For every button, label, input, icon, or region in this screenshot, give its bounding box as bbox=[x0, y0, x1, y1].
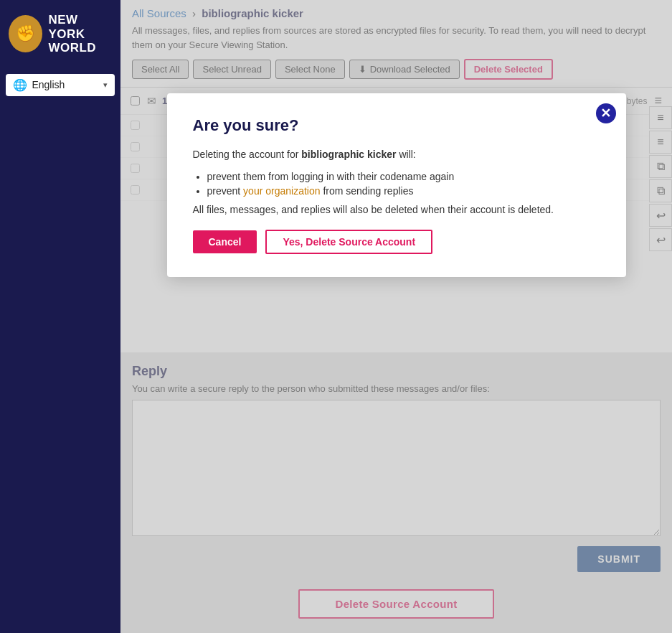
modal-warning: All files, messages, and replies will al… bbox=[193, 204, 600, 215]
language-label: English bbox=[32, 79, 103, 90]
modal-confirm-delete-button[interactable]: Yes, Delete Source Account bbox=[265, 230, 432, 254]
modal-intro-text: Deleting the account for bbox=[193, 149, 302, 160]
logo-icon: ✊ bbox=[9, 15, 42, 52]
sidebar: ✊ NEW YORK WORLD 🌐 English ▾ bbox=[0, 0, 120, 633]
highlight-text: your organization bbox=[243, 185, 320, 197]
modal-close-button[interactable]: ✕ bbox=[596, 103, 616, 123]
list-item: prevent your organization from sending r… bbox=[207, 185, 600, 197]
logo-text: NEW YORK WORLD bbox=[48, 13, 112, 55]
modal-cancel-button[interactable]: Cancel bbox=[193, 230, 257, 253]
modal-dialog: ✕ Are you sure? Deleting the account for… bbox=[167, 93, 626, 277]
list-item: prevent them from logging in with their … bbox=[207, 171, 600, 182]
language-selector[interactable]: 🌐 English ▾ bbox=[6, 74, 114, 96]
modal-source-name: bibliographic kicker bbox=[301, 149, 396, 160]
modal-title: Are you sure? bbox=[193, 116, 600, 135]
modal-actions: Cancel Yes, Delete Source Account bbox=[193, 230, 600, 254]
chevron-down-icon: ▾ bbox=[103, 80, 108, 90]
globe-icon: 🌐 bbox=[13, 78, 27, 92]
modal-overlay: ✕ Are you sure? Deleting the account for… bbox=[120, 0, 672, 633]
modal-body: Deleting the account for bibliographic k… bbox=[193, 146, 600, 162]
main-content: All Sources › bibliographic kicker All m… bbox=[120, 0, 672, 633]
fist-icon: ✊ bbox=[16, 24, 35, 43]
logo-area: ✊ NEW YORK WORLD bbox=[0, 0, 120, 68]
modal-bullet-list: prevent them from logging in with their … bbox=[207, 171, 600, 197]
modal-intro-suffix: will: bbox=[397, 149, 416, 160]
